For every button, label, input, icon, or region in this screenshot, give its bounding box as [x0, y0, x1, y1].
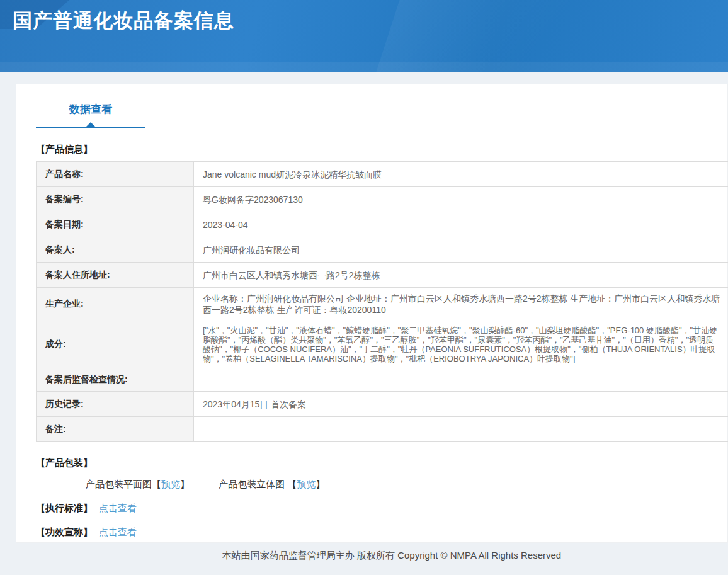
field-value: 2023-04-04 [194, 212, 728, 237]
header-diagonal-decoration [376, 0, 664, 72]
packaging-row: 产品包装平面图【预览】 产品包装立体图 【预览】 [86, 479, 727, 491]
tab-active-underline [36, 127, 145, 128]
page-header: 国产普通化妆品备案信息 [0, 0, 728, 72]
table-row-history: 历史记录: 2023年04月15日 首次备案 [37, 392, 728, 417]
packaging-stereo-preview-link[interactable]: 预览 [297, 479, 316, 489]
bracket-close: 】 [180, 479, 190, 489]
header-bottom-band [0, 62, 728, 72]
field-value [194, 417, 728, 442]
product-info-section-title: 【产品信息】 [36, 144, 727, 156]
table-row-registration-date: 备案日期: 2023-04-04 [37, 212, 728, 237]
field-label: 备案编号: [37, 187, 194, 212]
field-label: 备案人住所地址: [37, 263, 194, 288]
bracket-open: 【 [287, 479, 297, 489]
packaging-stereo-label: 产品包装立体图 [219, 479, 287, 489]
packaging-flat-item: 产品包装平面图【预览】 [86, 479, 190, 491]
field-value: Jane volcanic mud妍泥冷泉冰泥精华抗皱面膜 [194, 162, 728, 187]
packaging-flat-preview-link[interactable]: 预览 [161, 479, 180, 489]
table-row-supervision: 备案后监督检查情况: [37, 368, 728, 392]
standards-label: 【执行标准】 [36, 503, 93, 513]
packaging-section-title: 【产品包装】 [36, 457, 727, 469]
table-row-manufacturer: 生产企业: 企业名称：广州润研化妆品有限公司 企业地址：广州市白云区人和镇秀水塘… [37, 288, 728, 321]
tab-data-view[interactable]: 数据查看 [36, 84, 145, 127]
table-row-ingredients: 成分: ["水"，"火山泥"，"甘油"，"液体石蜡"，"鲸蜡硬脂醇"，"聚二甲基… [37, 321, 728, 368]
packaging-stereo-item: 产品包装立体图 【预览】 [219, 479, 325, 491]
field-value: ["水"，"火山泥"，"甘油"，"液体石蜡"，"鲸蜡硬脂醇"，"聚二甲基硅氧烷"… [194, 321, 728, 368]
standards-view-link[interactable]: 点击查看 [99, 503, 137, 513]
tab-bar: 数据查看 [36, 84, 727, 127]
field-label: 备案日期: [37, 212, 194, 237]
table-row-registrant-address: 备案人住所地址: 广州市白云区人和镇秀水塘西一路2号2栋整栋 [37, 263, 728, 288]
tab-active-caret-icon [86, 122, 95, 127]
field-value: 2023年04月15日 首次备案 [194, 392, 728, 417]
field-label: 备注: [37, 417, 194, 442]
field-label: 备案后监督检查情况: [37, 368, 194, 392]
page-footer: 本站由国家药品监督管理局主办 版权所有 Copyright © NMPA All… [0, 543, 728, 575]
content-card: 数据查看 【产品信息】 产品名称: Jane volcanic mud妍泥冷泉冰… [16, 84, 728, 543]
field-label: 历史记录: [37, 392, 194, 417]
field-value [194, 368, 728, 392]
footer-copyright-text: 本站由国家药品监督管理局主办 版权所有 Copyright © NMPA All… [167, 550, 561, 562]
field-label: 备案人: [37, 237, 194, 263]
table-row-product-name: 产品名称: Jane volcanic mud妍泥冷泉冰泥精华抗皱面膜 [37, 162, 728, 187]
bracket-open: 【 [152, 479, 161, 489]
tab-data-view-label: 数据查看 [69, 102, 112, 117]
field-value: 广州市白云区人和镇秀水塘西一路2号2栋整栋 [194, 263, 728, 288]
table-row-remarks: 备注: [37, 417, 728, 442]
bracket-close: 】 [316, 479, 325, 489]
standards-row: 【执行标准】点击查看 [36, 503, 727, 515]
field-value: 企业名称：广州润研化妆品有限公司 企业地址：广州市白云区人和镇秀水塘西一路2号2… [194, 288, 728, 321]
field-value: 粤G妆网备字2023067130 [194, 187, 728, 212]
field-value: 广州润研化妆品有限公司 [194, 237, 728, 263]
product-info-table: 产品名称: Jane volcanic mud妍泥冷泉冰泥精华抗皱面膜 备案编号… [36, 161, 728, 442]
field-label: 产品名称: [37, 162, 194, 187]
efficacy-label: 【功效宣称】 [36, 527, 93, 537]
packaging-flat-label: 产品包装平面图 [86, 479, 152, 489]
table-row-registration-number: 备案编号: 粤G妆网备字2023067130 [37, 187, 728, 212]
table-row-registrant: 备案人: 广州润研化妆品有限公司 [37, 237, 728, 263]
field-label: 生产企业: [37, 288, 194, 321]
page-title: 国产普通化妆品备案信息 [13, 8, 234, 34]
field-label: 成分: [37, 321, 194, 368]
efficacy-row: 【功效宣称】点击查看 [36, 527, 727, 538]
efficacy-view-link[interactable]: 点击查看 [99, 527, 137, 537]
